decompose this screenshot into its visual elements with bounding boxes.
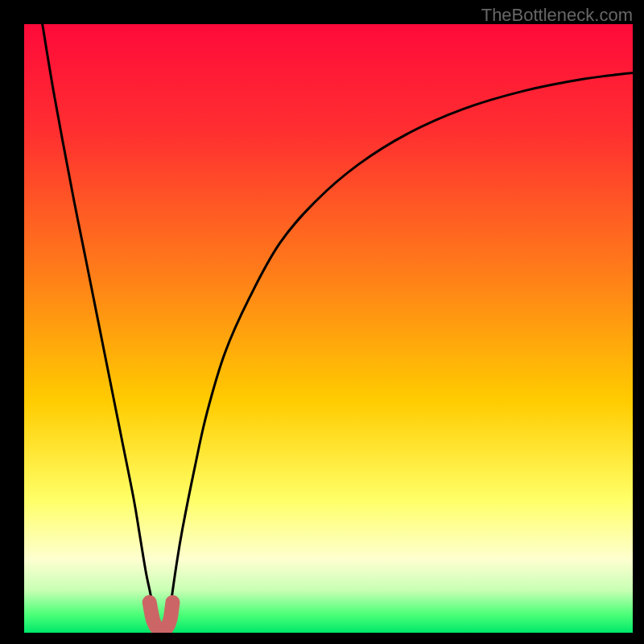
chart-frame: TheBottleneck.com (0, 0, 644, 644)
chart-svg (24, 24, 633, 633)
watermark-text: TheBottleneck.com (481, 5, 633, 26)
chart-gradient-background (24, 24, 633, 633)
chart-plot-area (24, 24, 633, 633)
